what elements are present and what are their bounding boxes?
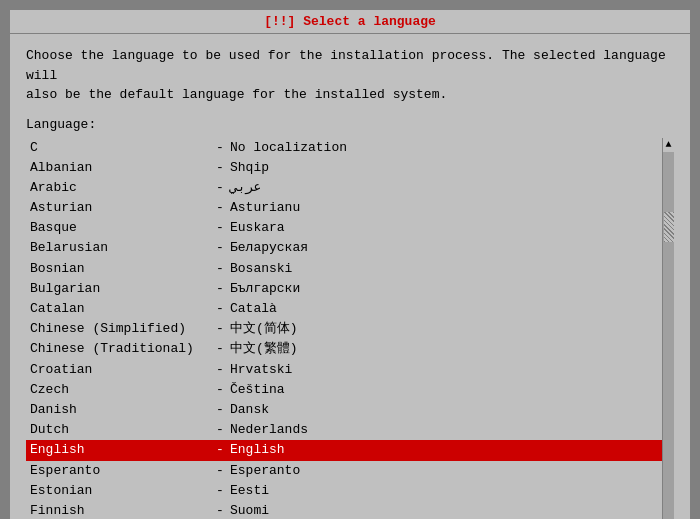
lang-separator: - <box>210 320 230 338</box>
lang-native: Čeština <box>230 381 285 399</box>
list-item[interactable]: Danish-Dansk <box>26 400 662 420</box>
lang-separator: - <box>210 300 230 318</box>
lang-native: Esperanto <box>230 462 300 480</box>
lang-name: Esperanto <box>30 462 210 480</box>
list-item[interactable]: Basque-Euskara <box>26 218 662 238</box>
list-item[interactable]: Bosnian-Bosanski <box>26 259 662 279</box>
lang-name: Bosnian <box>30 260 210 278</box>
lang-name: Asturian <box>30 199 210 217</box>
scrollbar-up-button[interactable]: ▲ <box>663 138 675 152</box>
lang-separator: - <box>210 199 230 217</box>
title-bar: [!!] Select a language <box>10 10 690 34</box>
lang-name: Danish <box>30 401 210 419</box>
list-item[interactable]: Catalan-Català <box>26 299 662 319</box>
lang-native: No localization <box>230 139 347 157</box>
lang-separator: - <box>210 340 230 358</box>
list-item[interactable]: Albanian-Shqip <box>26 158 662 178</box>
description-line2: also be the default language for the ins… <box>26 85 674 105</box>
list-item[interactable]: Asturian-Asturianu <box>26 198 662 218</box>
scrollbar-track <box>663 152 675 520</box>
lang-native: Suomi <box>230 502 269 519</box>
lang-name: Belarusian <box>30 239 210 257</box>
list-item[interactable]: C-No localization <box>26 138 662 158</box>
lang-name: Czech <box>30 381 210 399</box>
lang-separator: - <box>210 219 230 237</box>
lang-separator: - <box>210 159 230 177</box>
lang-name: Finnish <box>30 502 210 519</box>
lang-separator: - <box>210 462 230 480</box>
lang-native: Euskara <box>230 219 285 237</box>
list-item[interactable]: Czech-Čeština <box>26 380 662 400</box>
lang-separator: - <box>210 441 230 459</box>
description-line1: Choose the language to be used for the i… <box>26 46 674 85</box>
lang-native: Български <box>230 280 300 298</box>
language-list[interactable]: C-No localizationAlbanian-ShqipArabic-عر… <box>26 138 662 520</box>
main-window: [!!] Select a language Choose the langua… <box>8 8 692 519</box>
lang-separator: - <box>210 361 230 379</box>
list-item[interactable]: Bulgarian-Български <box>26 279 662 299</box>
lang-separator: - <box>210 139 230 157</box>
list-container: C-No localizationAlbanian-ShqipArabic-عر… <box>26 138 674 520</box>
lang-name: Dutch <box>30 421 210 439</box>
lang-native: Dansk <box>230 401 269 419</box>
lang-native: عربي <box>230 179 261 197</box>
lang-separator: - <box>210 401 230 419</box>
list-item[interactable]: Estonian-Eesti <box>26 481 662 501</box>
lang-native: Nederlands <box>230 421 308 439</box>
lang-separator: - <box>210 502 230 519</box>
lang-separator: - <box>210 179 230 197</box>
lang-native: English <box>230 441 285 459</box>
lang-name: Bulgarian <box>30 280 210 298</box>
list-item[interactable]: English-English <box>26 440 662 460</box>
lang-name: Albanian <box>30 159 210 177</box>
title-text: [!!] Select a language <box>264 14 436 29</box>
lang-separator: - <box>210 260 230 278</box>
lang-name: Chinese (Traditional) <box>30 340 210 358</box>
lang-separator: - <box>210 239 230 257</box>
list-item[interactable]: Esperanto-Esperanto <box>26 461 662 481</box>
lang-separator: - <box>210 280 230 298</box>
lang-separator: - <box>210 421 230 439</box>
scrollbar-thumb[interactable] <box>664 212 674 242</box>
lang-name: Chinese (Simplified) <box>30 320 210 338</box>
lang-native: Беларуская <box>230 239 308 257</box>
lang-native: Hrvatski <box>230 361 292 379</box>
list-item[interactable]: Croatian-Hrvatski <box>26 360 662 380</box>
lang-native: 中文(简体) <box>230 320 298 338</box>
lang-native: Shqip <box>230 159 269 177</box>
list-item[interactable]: Dutch-Nederlands <box>26 420 662 440</box>
lang-native: Eesti <box>230 482 269 500</box>
lang-separator: - <box>210 482 230 500</box>
lang-native: Bosanski <box>230 260 292 278</box>
lang-separator: - <box>210 381 230 399</box>
list-item[interactable]: Arabic-عربي <box>26 178 662 198</box>
lang-native: 中文(繁體) <box>230 340 298 358</box>
list-item[interactable]: Finnish-Suomi <box>26 501 662 519</box>
lang-name: Estonian <box>30 482 210 500</box>
list-item[interactable]: Belarusian-Беларуская <box>26 238 662 258</box>
list-item[interactable]: Chinese (Simplified)-中文(简体) <box>26 319 662 339</box>
lang-name: Basque <box>30 219 210 237</box>
description: Choose the language to be used for the i… <box>26 46 674 105</box>
lang-name: Croatian <box>30 361 210 379</box>
lang-name: English <box>30 441 210 459</box>
content-area: Choose the language to be used for the i… <box>10 34 690 519</box>
lang-name: C <box>30 139 210 157</box>
lang-native: Català <box>230 300 277 318</box>
scrollbar[interactable]: ▲ ▼ <box>662 138 674 520</box>
list-item[interactable]: Chinese (Traditional)-中文(繁體) <box>26 339 662 359</box>
lang-native: Asturianu <box>230 199 300 217</box>
lang-name: Catalan <box>30 300 210 318</box>
lang-name: Arabic <box>30 179 210 197</box>
language-label: Language: <box>26 117 674 132</box>
